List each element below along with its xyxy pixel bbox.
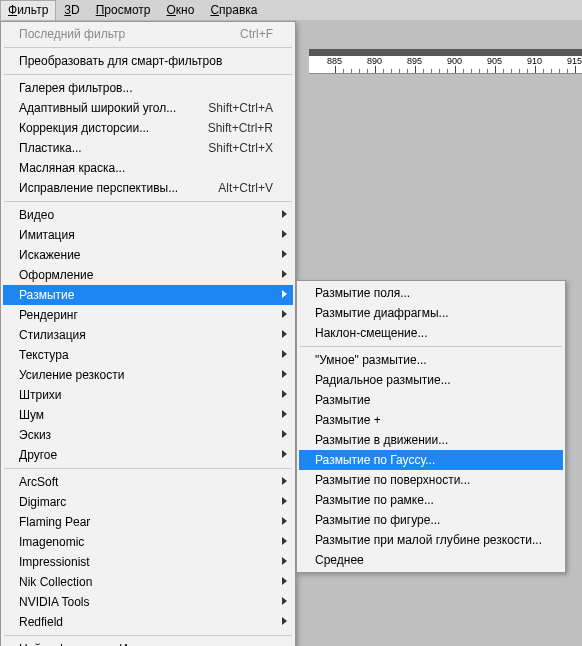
- submenu-item-smart-blur[interactable]: "Умное" размытие...: [299, 350, 563, 370]
- menu-item-convert-smart[interactable]: Преобразовать для смарт-фильтров: [3, 51, 293, 71]
- menu-item-digimarc[interactable]: Digimarc: [3, 492, 293, 512]
- submenu-item-gaussian-blur[interactable]: Размытие по Гауссу...: [299, 450, 563, 470]
- menu-separator: [300, 346, 562, 347]
- menu-item-stylize[interactable]: Стилизация: [3, 325, 293, 345]
- menu-separator: [4, 74, 292, 75]
- submenu-item-box-blur[interactable]: Размытие по рамке...: [299, 490, 563, 510]
- menu-item-sharpen[interactable]: Усиление резкости: [3, 365, 293, 385]
- submenu-item-lens-blur[interactable]: Размытие при малой глубине резкости...: [299, 530, 563, 550]
- chevron-right-icon: [282, 230, 287, 238]
- menu-separator: [4, 47, 292, 48]
- menubar: Фильтр 3D Просмотр Окно Справка: [0, 0, 582, 21]
- submenu-item-motion-blur[interactable]: Размытие в движении...: [299, 430, 563, 450]
- chevron-right-icon: [282, 597, 287, 605]
- menu-help[interactable]: Справка: [202, 0, 265, 20]
- ruler-label: 905: [487, 56, 502, 66]
- menu-item-filter-gallery[interactable]: Галерея фильтров...: [3, 78, 293, 98]
- menu-item-render[interactable]: Рендеринг: [3, 305, 293, 325]
- menu-item-noise[interactable]: Шум: [3, 405, 293, 425]
- menu-item-pixelate[interactable]: Оформление: [3, 265, 293, 285]
- menu-item-redfield[interactable]: Redfield: [3, 612, 293, 632]
- ruler-label: 895: [407, 56, 422, 66]
- menu-filter[interactable]: Фильтр: [0, 0, 56, 20]
- chevron-right-icon: [282, 370, 287, 378]
- chevron-right-icon: [282, 537, 287, 545]
- menu-item-flaming-pear[interactable]: Flaming Pear: [3, 512, 293, 532]
- menu-item-artistic[interactable]: Имитация: [3, 225, 293, 245]
- menu-3d[interactable]: 3D: [56, 0, 87, 20]
- menu-item-nvidia-tools[interactable]: NVIDIA Tools: [3, 592, 293, 612]
- submenu-item-surface-blur[interactable]: Размытие по поверхности...: [299, 470, 563, 490]
- chevron-right-icon: [282, 557, 287, 565]
- ruler-label: 890: [367, 56, 382, 66]
- menu-item-nik-collection[interactable]: Nik Collection: [3, 572, 293, 592]
- chevron-right-icon: [282, 617, 287, 625]
- chevron-right-icon: [282, 310, 287, 318]
- submenu-item-field-blur[interactable]: Размытие поля...: [299, 283, 563, 303]
- chevron-right-icon: [282, 477, 287, 485]
- menu-item-sketch[interactable]: Эскиз: [3, 425, 293, 445]
- menu-item-distort[interactable]: Искажение: [3, 245, 293, 265]
- menu-item-brush-strokes[interactable]: Штрихи: [3, 385, 293, 405]
- menu-item-other[interactable]: Другое: [3, 445, 293, 465]
- chevron-right-icon: [282, 330, 287, 338]
- menu-window[interactable]: Окно: [159, 0, 203, 20]
- submenu-item-blur-more[interactable]: Размытие +: [299, 410, 563, 430]
- submenu-item-tilt-shift[interactable]: Наклон-смещение...: [299, 323, 563, 343]
- submenu-item-average[interactable]: Среднее: [299, 550, 563, 570]
- menu-separator: [4, 635, 292, 636]
- menu-item-blur[interactable]: Размытие: [3, 285, 293, 305]
- submenu-item-iris-blur[interactable]: Размытие диафрагмы...: [299, 303, 563, 323]
- menu-item-last-filter[interactable]: Последний фильтр Ctrl+F: [3, 24, 293, 44]
- chevron-right-icon: [282, 517, 287, 525]
- chevron-right-icon: [282, 290, 287, 298]
- blur-submenu: Размытие поля... Размытие диафрагмы... Н…: [296, 280, 566, 573]
- chevron-right-icon: [282, 250, 287, 258]
- chevron-right-icon: [282, 497, 287, 505]
- menu-view[interactable]: Просмотр: [88, 0, 159, 20]
- document-tab-strip: [309, 49, 582, 56]
- filter-dropdown: Последний фильтр Ctrl+F Преобразовать дл…: [0, 21, 296, 646]
- chevron-right-icon: [282, 430, 287, 438]
- menu-item-adaptive-wide[interactable]: Адаптивный широкий угол... Shift+Ctrl+A: [3, 98, 293, 118]
- menu-item-liquify[interactable]: Пластика... Shift+Ctrl+X: [3, 138, 293, 158]
- submenu-item-radial-blur[interactable]: Радиальное размытие...: [299, 370, 563, 390]
- submenu-item-blur[interactable]: Размытие: [299, 390, 563, 410]
- menu-item-imagenomic[interactable]: Imagenomic: [3, 532, 293, 552]
- ruler-label: 885: [327, 56, 342, 66]
- ruler-label: 900: [447, 56, 462, 66]
- chevron-right-icon: [282, 410, 287, 418]
- chevron-right-icon: [282, 577, 287, 585]
- menu-item-lens-correction[interactable]: Коррекция дисторсии... Shift+Ctrl+R: [3, 118, 293, 138]
- menu-item-video[interactable]: Видео: [3, 205, 293, 225]
- menu-separator: [4, 468, 292, 469]
- menu-item-oil-paint[interactable]: Масляная краска...: [3, 158, 293, 178]
- chevron-right-icon: [282, 350, 287, 358]
- menu-item-texture[interactable]: Текстура: [3, 345, 293, 365]
- menu-item-vanishing-point[interactable]: Исправление перспективы... Alt+Ctrl+V: [3, 178, 293, 198]
- menu-item-arcsoft[interactable]: ArcSoft: [3, 472, 293, 492]
- menu-item-browse-filters-online[interactable]: Найти фильтры в Интернете...: [3, 639, 293, 646]
- ruler-label: 910: [527, 56, 542, 66]
- horizontal-ruler: 885890895900905910915: [309, 56, 582, 74]
- chevron-right-icon: [282, 210, 287, 218]
- ruler-label: 915: [567, 56, 582, 66]
- submenu-item-shape-blur[interactable]: Размытие по фигуре...: [299, 510, 563, 530]
- chevron-right-icon: [282, 450, 287, 458]
- chevron-right-icon: [282, 390, 287, 398]
- chevron-right-icon: [282, 270, 287, 278]
- menu-item-impressionist[interactable]: Impressionist: [3, 552, 293, 572]
- menu-separator: [4, 201, 292, 202]
